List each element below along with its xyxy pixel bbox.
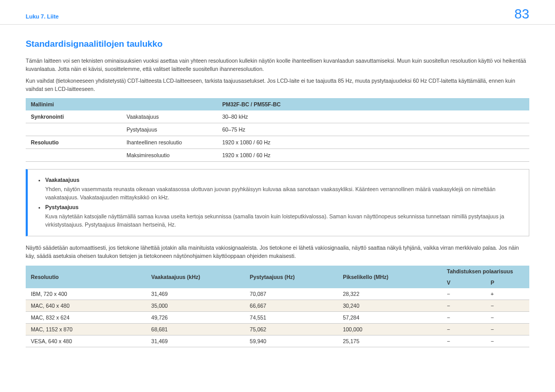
col-polarity-p: P [486,277,529,288]
table-row: Resoluutio Ihanteellinen resoluutio 1920… [26,136,529,149]
row-param: Vaakataajuus [121,110,217,123]
col-polarity: Tahdistuksen polaarisuus [442,266,529,277]
cell-vf: 70,087 [245,288,338,300]
cell-res: VESA, 640 x 480 [26,335,146,347]
note-box: Vaakataajuus Yhden, näytön vasemmasta re… [26,169,529,236]
page-number: 83 [514,6,529,22]
table-row: Synkronointi Vaakataajuus 30–80 kHz [26,110,529,123]
intro-paragraph-2: Kun vaihdat (tietokoneeseen yhdistetystä… [26,77,529,94]
cell-hf: 31,469 [146,288,245,300]
note-desc: Yhden, näytön vasemmasta reunasta oikeaa… [45,185,521,202]
cell-pc: 100,000 [338,323,441,335]
intro-paragraph-1: Tämän laitteen voi sen teknisten ominais… [26,57,529,73]
chapter-label: Luku 7. Liite [26,13,59,20]
cell-v: − [442,335,486,347]
table-row: Maksimiresoluutio 1920 x 1080 / 60 Hz [26,149,529,162]
note-term: Pystytaajuus [45,204,79,210]
cell-pc: 57,284 [338,311,441,323]
cell-p: + [486,288,529,300]
col-polarity-v: V [442,277,486,288]
col-pixclock: Pikselikello (MHz) [338,266,441,288]
mid-paragraph: Näyttö säädetään automaattisesti, jos ti… [26,244,529,260]
cell-p: − [486,323,529,335]
cell-hf: 31,469 [146,335,245,347]
spec-header-model: Mallinimi [26,98,121,110]
cell-v: − [442,323,486,335]
cell-pc: 30,240 [338,300,441,311]
table-row: MAC, 640 x 480 35,000 66,667 30,240 − − [26,300,529,311]
cell-p: − [486,311,529,323]
note-item: Vaakataajuus Yhden, näytön vasemmasta re… [45,177,521,202]
table-row: IBM, 720 x 400 31,469 70,087 28,322 − + [26,288,529,300]
spec-table-header: Mallinimi PM32F-BC / PM55F-BC [26,98,529,110]
cell-res: MAC, 640 x 480 [26,300,146,311]
table-row: MAC, 832 x 624 49,726 74,551 57,284 − − [26,311,529,323]
row-group [26,123,121,136]
col-vfreq: Pystytaajuus (Hz) [245,266,338,288]
spec-header-value: PM32F-BC / PM55F-BC [217,98,529,110]
cell-hf: 49,726 [146,311,245,323]
row-value: 1920 x 1080 / 60 Hz [217,149,529,162]
note-term: Vaakataajuus [45,177,80,183]
cell-res: IBM, 720 x 400 [26,288,146,300]
mode-table-header: Resoluutio Vaakataajuus (kHz) Pystytaaju… [26,266,529,277]
cell-p: − [486,335,529,347]
row-param: Maksimiresoluutio [121,149,217,162]
cell-v: − [442,311,486,323]
table-row: MAC, 1152 x 870 68,681 75,062 100,000 − … [26,323,529,335]
section-title: Standardisignaalitilojen taulukko [26,39,529,49]
row-value: 60–75 Hz [217,123,529,136]
cell-pc: 25,175 [338,335,441,347]
cell-v: − [442,288,486,300]
note-item: Pystytaajuus Kuva näytetään katsojalle n… [45,204,521,229]
cell-v: − [442,300,486,311]
cell-vf: 66,667 [245,300,338,311]
page-content: Standardisignaalitilojen taulukko Tämän … [0,25,555,347]
row-group: Resoluutio [26,136,121,149]
cell-pc: 28,322 [338,288,441,300]
col-hfreq: Vaakataajuus (kHz) [146,266,245,288]
row-value: 30–80 kHz [217,110,529,123]
cell-res: MAC, 832 x 624 [26,311,146,323]
row-group: Synkronointi [26,110,121,123]
note-desc: Kuva näytetään katsojalle näyttämällä sa… [45,212,521,229]
cell-vf: 59,940 [245,335,338,347]
cell-vf: 74,551 [245,311,338,323]
row-value: 1920 x 1080 / 60 Hz [217,136,529,149]
row-param: Ihanteellinen resoluutio [121,136,217,149]
table-row: Pystytaajuus 60–75 Hz [26,123,529,136]
table-row: VESA, 640 x 480 31,469 59,940 25,175 − − [26,335,529,347]
row-param: Pystytaajuus [121,123,217,136]
spec-table: Mallinimi PM32F-BC / PM55F-BC Synkronoin… [26,98,529,162]
cell-hf: 68,681 [146,323,245,335]
mode-table: Resoluutio Vaakataajuus (kHz) Pystytaaju… [26,266,529,347]
page-header: Luku 7. Liite 83 [0,0,555,25]
cell-p: − [486,300,529,311]
cell-vf: 75,062 [245,323,338,335]
cell-res: MAC, 1152 x 870 [26,323,146,335]
cell-hf: 35,000 [146,300,245,311]
row-group [26,149,121,162]
col-resolution: Resoluutio [26,266,146,288]
